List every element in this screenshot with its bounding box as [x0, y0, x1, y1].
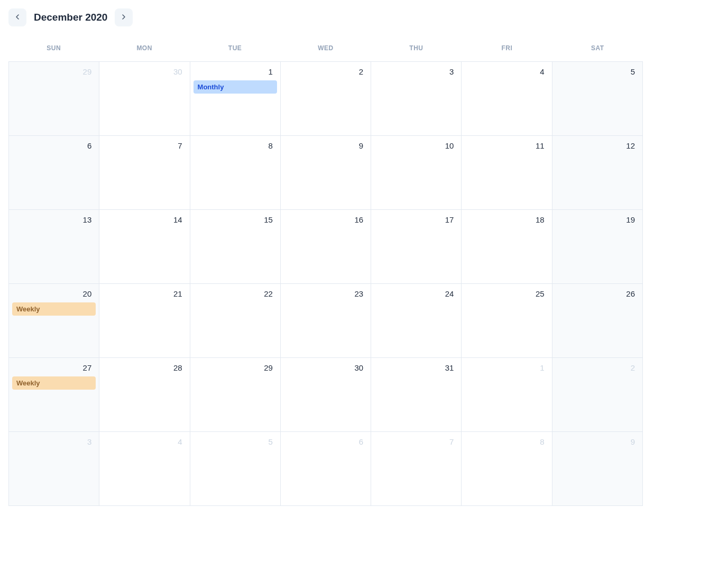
- day-cell[interactable]: 17: [371, 210, 462, 284]
- day-cell[interactable]: 16: [281, 210, 371, 284]
- day-number: 12: [556, 141, 639, 150]
- dow-fri: FRI: [462, 39, 552, 57]
- next-month-button[interactable]: [115, 8, 133, 26]
- event-monthly[interactable]: Monthly: [193, 80, 277, 94]
- day-number: 2: [284, 67, 367, 76]
- day-number: 9: [556, 437, 639, 446]
- day-cell[interactable]: 1: [462, 358, 552, 432]
- day-number: 24: [374, 289, 458, 298]
- day-cell[interactable]: 2: [281, 62, 371, 136]
- day-cell[interactable]: 22: [190, 284, 281, 358]
- day-cell[interactable]: 19: [552, 210, 643, 284]
- day-cell[interactable]: 4: [462, 62, 552, 136]
- day-number: 3: [374, 67, 458, 76]
- day-number: 21: [103, 289, 186, 298]
- day-cell[interactable]: 23: [281, 284, 371, 358]
- dow-tue: TUE: [190, 39, 280, 57]
- dow-mon: MON: [99, 39, 189, 57]
- day-number: 7: [103, 141, 186, 150]
- day-cell[interactable]: 29: [190, 358, 281, 432]
- events: Weekly: [12, 302, 96, 316]
- day-number: 26: [556, 289, 639, 298]
- calendar-header: December 2020: [8, 8, 643, 26]
- day-cell[interactable]: 20Weekly: [9, 284, 99, 358]
- day-cell[interactable]: 12: [552, 136, 643, 210]
- month-title: December 2020: [34, 12, 107, 23]
- day-number: 16: [284, 215, 367, 224]
- day-cell[interactable]: 10: [371, 136, 462, 210]
- day-cell[interactable]: 6: [9, 136, 99, 210]
- day-cell[interactable]: 3: [371, 62, 462, 136]
- day-cell[interactable]: 24: [371, 284, 462, 358]
- day-cell[interactable]: 11: [462, 136, 552, 210]
- day-number: 23: [284, 289, 367, 298]
- events: Monthly: [193, 80, 277, 94]
- day-cell[interactable]: 6: [281, 432, 371, 506]
- day-number: 4: [465, 67, 548, 76]
- day-cell[interactable]: 9: [552, 432, 643, 506]
- day-number: 18: [465, 215, 548, 224]
- day-cell[interactable]: 21: [99, 284, 190, 358]
- day-number: 14: [103, 215, 186, 224]
- day-number: 1: [193, 67, 277, 76]
- day-cell[interactable]: 7: [99, 136, 190, 210]
- day-number: 2: [556, 363, 639, 372]
- dow-thu: THU: [371, 39, 462, 57]
- day-number: 27: [12, 363, 96, 372]
- day-cell[interactable]: 13: [9, 210, 99, 284]
- chevron-right-icon: [119, 13, 128, 23]
- day-number: 30: [284, 363, 367, 372]
- day-number: 15: [193, 215, 277, 224]
- day-number: 3: [12, 437, 96, 446]
- day-number: 22: [193, 289, 277, 298]
- day-cell[interactable]: 8: [462, 432, 552, 506]
- dow-sun: SUN: [8, 39, 99, 57]
- day-cell[interactable]: 4: [99, 432, 190, 506]
- day-number: 13: [12, 215, 96, 224]
- calendar-grid: 29301Monthly2345678910111213141516171819…: [8, 61, 643, 506]
- day-number: 4: [103, 437, 186, 446]
- day-number: 10: [374, 141, 458, 150]
- day-cell[interactable]: 3: [9, 432, 99, 506]
- day-number: 8: [193, 141, 277, 150]
- day-cell[interactable]: 25: [462, 284, 552, 358]
- day-cell[interactable]: 30: [99, 62, 190, 136]
- day-cell[interactable]: 5: [552, 62, 643, 136]
- day-cell[interactable]: 26: [552, 284, 643, 358]
- day-number: 6: [284, 437, 367, 446]
- prev-month-button[interactable]: [8, 8, 26, 26]
- day-number: 1: [465, 363, 548, 372]
- day-cell[interactable]: 7: [371, 432, 462, 506]
- day-number: 19: [556, 215, 639, 224]
- day-number: 29: [193, 363, 277, 372]
- day-cell[interactable]: 27Weekly: [9, 358, 99, 432]
- day-number: 11: [465, 141, 548, 150]
- day-number: 30: [103, 67, 186, 76]
- day-cell[interactable]: 18: [462, 210, 552, 284]
- day-cell[interactable]: 2: [552, 358, 643, 432]
- event-weekly[interactable]: Weekly: [12, 376, 96, 390]
- day-number: 5: [193, 437, 277, 446]
- day-cell[interactable]: 9: [281, 136, 371, 210]
- day-number: 28: [103, 363, 186, 372]
- day-number: 5: [556, 67, 639, 76]
- day-cell[interactable]: 30: [281, 358, 371, 432]
- day-cell[interactable]: 14: [99, 210, 190, 284]
- day-number: 8: [465, 437, 548, 446]
- day-cell[interactable]: 1Monthly: [190, 62, 281, 136]
- day-cell[interactable]: 31: [371, 358, 462, 432]
- dow-sat: SAT: [552, 39, 643, 57]
- dow-wed: WED: [280, 39, 371, 57]
- events: Weekly: [12, 376, 96, 390]
- day-number: 29: [12, 67, 96, 76]
- day-number: 17: [374, 215, 458, 224]
- day-number: 31: [374, 363, 458, 372]
- day-cell[interactable]: 28: [99, 358, 190, 432]
- day-cell[interactable]: 15: [190, 210, 281, 284]
- day-number: 25: [465, 289, 548, 298]
- day-cell[interactable]: 29: [9, 62, 99, 136]
- day-cell[interactable]: 5: [190, 432, 281, 506]
- day-of-week-header: SUN MON TUE WED THU FRI SAT: [8, 39, 643, 57]
- day-cell[interactable]: 8: [190, 136, 281, 210]
- event-weekly[interactable]: Weekly: [12, 302, 96, 316]
